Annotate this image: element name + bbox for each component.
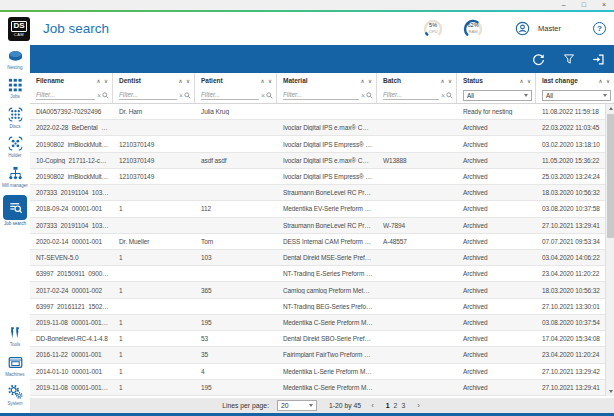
column-label: last change — [542, 77, 598, 84]
maximize-button[interactable]: □ — [582, 0, 586, 10]
sidebar-item-holder[interactable]: Holder — [0, 136, 30, 159]
minimize-button[interactable]: – — [562, 0, 566, 10]
cell-filename: 63997_20150911_0900_Blau_0 — [30, 270, 113, 277]
table-row[interactable]: NT-SEVEN-5.01103Dental Direkt MSE-Serie … — [30, 250, 614, 266]
table-row[interactable]: 2014-01-10_00001-00114Medentika L-Serie … — [30, 364, 614, 380]
sort-icons[interactable]: ∧ ∨ — [440, 78, 453, 84]
exit-icon[interactable] — [591, 52, 606, 67]
vertical-scrollbar[interactable] — [605, 104, 614, 396]
sidebar-item-tools[interactable]: Tools — [0, 325, 30, 348]
table-row[interactable]: 207333_20191104_1039_Batur-_S...Strauman… — [30, 218, 614, 234]
table-row[interactable]: 63997_20161121_1502_Erhard_B...NT-Tradin… — [30, 299, 614, 315]
sidebar-item-discs[interactable]: Discs — [0, 106, 30, 129]
table-row[interactable]: 63997_20150911_0900_Blau_0NT-Trading E-S… — [30, 266, 614, 282]
cell-last_change: 27.10.2021 13:29:41 — [536, 384, 614, 391]
lines-per-page-select[interactable]: 20 — [277, 400, 317, 411]
table-row[interactable]: 20190802_imBlockMulti_1-24-cr...12103701… — [30, 136, 614, 152]
sidebar-item-job-search[interactable]: Job search — [0, 195, 30, 227]
prev-page-button[interactable]: ‹ — [369, 401, 376, 410]
cell-patient: 4 — [195, 368, 277, 375]
ram-value: 62% — [468, 23, 479, 29]
next-page-button[interactable]: › — [415, 401, 422, 410]
table-row[interactable]: 2019-11-08_00001-001_4.1-Caml...1195Mede… — [30, 380, 614, 396]
table-row[interactable]: DIA0057392-70292496Dr. HamJulia KrugRead… — [30, 104, 614, 120]
table-row[interactable]: 2022-02-28_BeDental_Busch__00...Ivoclar … — [30, 120, 614, 136]
clear-filter-icon[interactable]: × — [361, 92, 365, 99]
cell-last_change: 27.10.2021 13:29:41 — [536, 222, 614, 229]
scrollbar-thumb[interactable] — [607, 114, 614, 238]
sidebar-item-machines[interactable]: Machines — [0, 354, 30, 377]
table-row[interactable]: 2018-09-24_00001-0011112Medentika EV-Ser… — [30, 201, 614, 217]
sort-icons[interactable]: ∧ ∨ — [96, 78, 109, 84]
page-button-3[interactable]: 3 — [399, 402, 407, 409]
sort-icons[interactable]: ∧ ∨ — [519, 78, 532, 84]
column-header-material: Material∧ ∨ — [277, 73, 377, 88]
sidebar-item-label: Holder — [8, 153, 21, 158]
ram-label: RAM — [468, 30, 477, 34]
table-row[interactable]: 2019-11-08_00001-001_4.1-Caml...1195Mede… — [30, 315, 614, 331]
filter-input[interactable] — [119, 91, 177, 100]
table-row[interactable]: 207333_20191104_1039_Batur-_S...Strauman… — [30, 185, 614, 201]
cell-filename: 63997_20161121_1502_Erhard_B... — [30, 303, 113, 310]
page-button-1[interactable]: 1 — [384, 402, 392, 409]
table-row[interactable]: 2016-11-22_00001-001135Fairimplant FairT… — [30, 347, 614, 363]
cell-patient: 365 — [195, 287, 277, 294]
cell-material: Dental Direkt MSE-Serie Preform Met... — [277, 254, 377, 261]
cell-patient: 35 — [195, 351, 277, 358]
cell-dentist: 1 — [113, 254, 195, 261]
search-icon[interactable] — [446, 92, 453, 99]
filter-icon[interactable] — [561, 52, 576, 67]
sort-icons[interactable]: ∧ ∨ — [598, 78, 611, 84]
table-row[interactable]: 2017-02-24_00001-0021365Camlog camlog Pr… — [30, 282, 614, 298]
table-row[interactable]: 20190802_imBlockMulti_1-24-cr...12103701… — [30, 169, 614, 185]
cell-status: Archived — [457, 384, 536, 391]
scroll-down-icon[interactable] — [606, 387, 614, 396]
lines-per-page-label: Lines per page: — [222, 402, 269, 409]
dscam-logo: DS CAM — [8, 17, 30, 41]
sidebar-item-system[interactable]: System — [0, 384, 30, 407]
sidebar-item-nesting[interactable]: Nesting — [0, 47, 30, 70]
clear-filter-icon[interactable]: × — [179, 92, 183, 99]
page-button-2[interactable]: 2 — [392, 402, 400, 409]
close-button[interactable]: × — [602, 0, 606, 10]
table-row[interactable]: DD-Bonelevel-RC-4.1-4.8153Dental Direkt … — [30, 331, 614, 347]
holder-icon — [7, 136, 23, 152]
table-row[interactable]: 2020-02-14_00001-001Dr. MuellerTomDESS I… — [30, 234, 614, 250]
filter-input[interactable] — [201, 91, 259, 100]
cell-material: Ivoclar Digital IPS Empress® CAD for ... — [277, 173, 377, 180]
sidebar-item-jobs[interactable]: Jobs — [0, 77, 30, 100]
sort-icons[interactable]: ∧ ∨ — [178, 78, 191, 84]
help-icon[interactable]: ? — [593, 22, 606, 35]
cell-patient: 195 — [195, 319, 277, 326]
filter-input[interactable] — [283, 91, 359, 100]
cell-filename: 207333_20191104_1039_Batur-_S... — [30, 189, 113, 196]
table-row[interactable]: 10-Coping_21711-12-coping1210370149asdf … — [30, 153, 614, 169]
cell-patient: Julia Krug — [195, 108, 277, 115]
search-icon[interactable] — [266, 92, 273, 99]
column-label: Material — [283, 77, 360, 84]
job-search-icon — [3, 195, 27, 220]
cell-filename: 2018-09-24_00001-001 — [30, 205, 113, 212]
search-icon[interactable] — [102, 92, 109, 99]
user-account-icon[interactable] — [515, 21, 530, 36]
cell-material: NT-Trading BEG-Series Preform Metal... — [277, 303, 377, 310]
clear-filter-icon[interactable]: × — [97, 92, 101, 99]
filter-select[interactable]: All — [542, 90, 611, 101]
cell-material: Ivoclar Digital IPS e.max® CAD for Pr... — [277, 157, 377, 164]
cell-material: Straumann BoneLevel RC Preform Met... — [277, 222, 377, 229]
search-icon[interactable] — [366, 92, 373, 99]
column-label: Dentist — [119, 77, 178, 84]
filter-input[interactable] — [36, 91, 95, 100]
clear-filter-icon[interactable]: × — [261, 92, 265, 99]
filter-select[interactable]: All — [463, 90, 532, 101]
filter-input[interactable] — [383, 91, 439, 100]
cell-last_change: 18.03.2020 10:56:32 — [536, 189, 614, 196]
sidebar-item-mill-manager[interactable]: Mill manager — [0, 165, 30, 188]
scroll-up-icon[interactable] — [606, 104, 614, 113]
clear-filter-icon[interactable]: × — [441, 92, 445, 99]
sort-icons[interactable]: ∧ ∨ — [360, 78, 373, 84]
refresh-icon[interactable] — [531, 52, 546, 67]
sort-icons[interactable]: ∧ ∨ — [260, 78, 273, 84]
search-icon[interactable] — [184, 92, 191, 99]
sidebar-item-label: Machines — [5, 372, 24, 377]
